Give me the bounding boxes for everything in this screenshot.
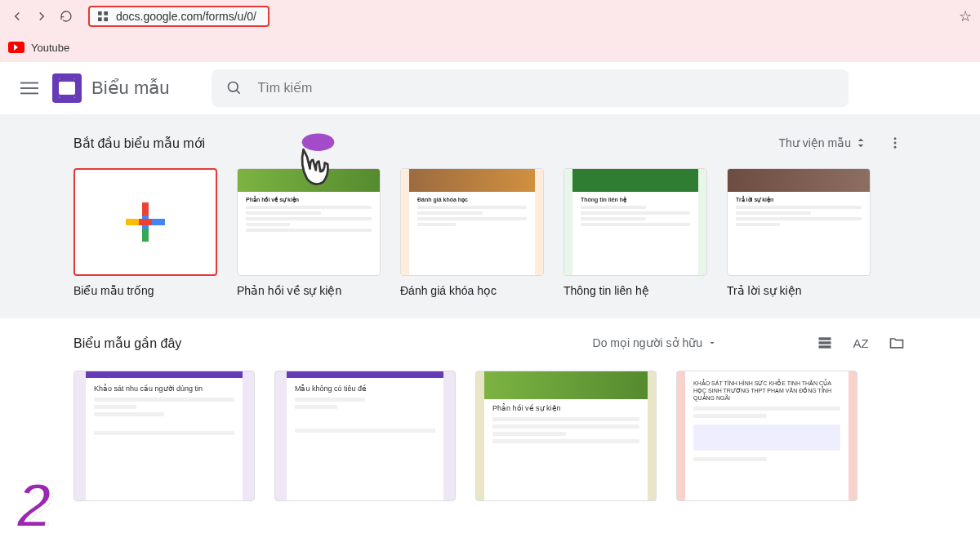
svg-line-8 [237,91,240,94]
svg-rect-3 [104,17,108,21]
search-bar[interactable] [212,69,849,107]
bookmark-youtube[interactable]: Youtube [31,42,69,54]
svg-rect-13 [819,341,831,344]
gallery-label: Thư viện mẫu [779,136,851,149]
svg-rect-0 [98,11,102,16]
template-contact-info[interactable]: Thông tin liên hệ Thông tin liên hệ [564,168,707,297]
youtube-icon[interactable] [8,42,24,53]
recent-form-card[interactable]: KHẢO SÁT TÌNH HÌNH SỨC KHỎE TINH THẦN CỦ… [676,371,858,501]
step-number-annotation: 2 [16,469,51,543]
template-label: Phản hồi về sự kiện [237,284,381,297]
svg-rect-14 [819,345,831,348]
owner-filter[interactable]: Do mọi người sở hữu [593,336,717,349]
sort-az-button[interactable]: AZ [851,333,871,353]
dropdown-icon [707,338,717,348]
template-label: Biểu mẫu trống [74,284,217,297]
svg-rect-5 [20,87,38,89]
folder-button[interactable] [887,333,906,353]
search-input[interactable] [257,81,834,96]
recent-form-card[interactable]: Mẫu không có tiêu đề [274,371,456,501]
svg-point-11 [894,146,897,149]
plus-icon [126,202,165,242]
template-blank[interactable]: Biểu mẫu trống [74,168,217,297]
unfold-icon [854,136,867,149]
template-label: Trả lời sự kiện [727,284,871,297]
svg-rect-12 [819,337,831,340]
svg-point-10 [894,142,897,144]
svg-rect-4 [20,82,38,84]
forward-button[interactable] [33,7,51,25]
recent-section: Biểu mẫu gần đây Do mọi người sở hữu AZ … [0,318,980,516]
recent-form-card[interactable]: Phản hồi về sự kiện [475,371,657,501]
list-view-button[interactable] [815,333,835,353]
bookmarks-bar: Youtube [0,33,980,62]
more-vert-icon [888,136,902,150]
app-header: Biểu mẫu [0,62,980,114]
site-settings-icon [96,10,109,23]
app-title: Biểu mẫu [91,78,169,99]
svg-point-9 [894,137,897,140]
browser-toolbar: docs.google.com/forms/u/0/ ☆ [0,0,980,33]
template-label: Thông tin liên hệ [564,284,707,297]
svg-point-7 [229,82,238,92]
templates-section: Bắt đầu biểu mẫu mới Thư viện mẫu Biểu m… [0,114,980,318]
templates-more-button[interactable] [884,131,906,154]
svg-rect-6 [20,93,38,95]
back-button[interactable] [8,7,26,25]
url-text: docs.google.com/forms/u/0/ [116,10,256,23]
forms-logo-icon[interactable] [52,73,82,103]
svg-rect-2 [98,17,102,21]
recent-form-card[interactable]: Khảo sát nhu cầu người dùng tin [74,371,255,501]
template-label: Đánh giá khóa học [400,284,544,297]
svg-rect-1 [104,11,108,16]
bookmark-star-icon[interactable]: ☆ [959,7,972,25]
template-course-evaluation[interactable]: Đánh giá khóa học Đánh giá khóa học [400,168,544,297]
template-event-feedback[interactable]: Phản hồi về sự kiện Phản hồi về sự kiện [237,168,381,297]
search-icon [226,80,243,96]
main-menu-button[interactable] [13,72,46,104]
template-event-rsvp[interactable]: Trả lời sự kiện Trả lời sự kiện [727,168,871,297]
recent-heading: Biểu mẫu gần đây [74,335,181,351]
template-gallery-button[interactable]: Thư viện mẫu [779,136,867,149]
address-bar[interactable]: docs.google.com/forms/u/0/ [88,6,270,27]
templates-heading: Bắt đầu biểu mẫu mới [74,136,205,151]
reload-button[interactable] [57,7,75,25]
